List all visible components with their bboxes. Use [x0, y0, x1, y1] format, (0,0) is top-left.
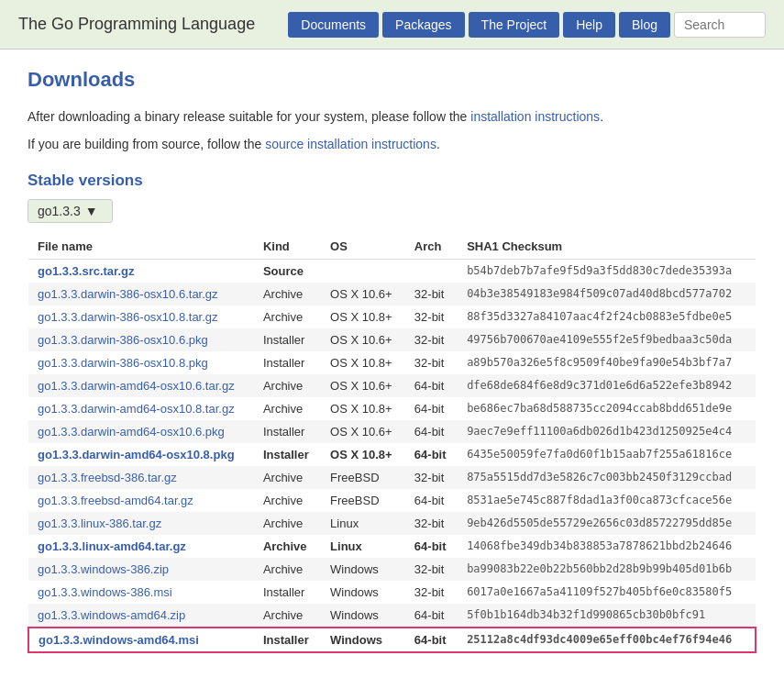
cell-kind: Installer: [254, 628, 321, 652]
table-row: go1.3.3.linux-amd64.tar.gzArchiveLinux64…: [28, 535, 756, 558]
cell-checksum: 04b3e38549183e984f509c07ad40d8bcd577a702: [458, 283, 756, 306]
cell-kind: Archive: [254, 535, 321, 558]
table-row: go1.3.3.darwin-amd64-osx10.8.pkgInstalle…: [28, 443, 756, 466]
cell-kind: Installer: [254, 351, 321, 374]
nav-the-project[interactable]: The Project: [469, 12, 560, 38]
cell-checksum: 875a5515dd7d3e5826c7c003bb2450f3129ccbad: [458, 466, 756, 489]
nav-help[interactable]: Help: [563, 12, 615, 38]
file-link[interactable]: go1.3.3.src.tar.gz: [38, 264, 135, 278]
cell-kind: Archive: [254, 397, 321, 420]
cell-filename: go1.3.3.darwin-amd64-osx10.8.tar.gz: [28, 397, 254, 420]
nav-packages[interactable]: Packages: [382, 12, 464, 38]
table-row: go1.3.3.darwin-amd64-osx10.8.tar.gzArchi…: [28, 397, 756, 420]
version-selector[interactable]: go1.3.3 ▼: [28, 199, 113, 223]
version-label: go1.3.3: [38, 204, 81, 218]
cell-os: FreeBSD: [321, 466, 405, 489]
cell-kind: Archive: [254, 306, 321, 328]
table-row: go1.3.3.freebsd-amd64.tar.gzArchiveFreeB…: [28, 489, 756, 512]
cell-kind: Archive: [254, 604, 321, 628]
file-link[interactable]: go1.3.3.darwin-amd64-osx10.8.pkg: [38, 448, 235, 461]
cell-kind: Archive: [254, 512, 321, 535]
cell-os: OS X 10.6+: [321, 328, 405, 351]
cell-arch: 64-bit: [405, 489, 458, 512]
file-link[interactable]: go1.3.3.darwin-amd64-osx10.6.pkg: [38, 425, 225, 439]
downloads-table: File name Kind OS Arch SHA1 Checksum go1…: [28, 234, 756, 653]
cell-filename: go1.3.3.darwin-amd64-osx10.8.pkg: [28, 443, 254, 466]
cell-arch: 64-bit: [405, 397, 458, 420]
search-input[interactable]: [674, 12, 766, 38]
file-link[interactable]: go1.3.3.windows-amd64.zip: [38, 608, 185, 622]
table-row: go1.3.3.darwin-386-osx10.8.pkgInstallerO…: [28, 351, 756, 374]
cell-kind: Installer: [254, 443, 321, 466]
file-link[interactable]: go1.3.3.freebsd-amd64.tar.gz: [38, 494, 193, 507]
table-row: go1.3.3.windows-amd64.msiInstallerWindow…: [28, 628, 756, 652]
col-kind: Kind: [254, 234, 321, 260]
cell-checksum: ba99083b22e0b22b560bb2d28b9b99b405d01b6b: [458, 558, 756, 581]
file-link[interactable]: go1.3.3.windows-386.msi: [38, 585, 172, 599]
stable-versions-title: Stable versions: [28, 172, 756, 190]
cell-filename: go1.3.3.darwin-amd64-osx10.6.tar.gz: [28, 374, 254, 397]
table-row: go1.3.3.darwin-amd64-osx10.6.tar.gzArchi…: [28, 374, 756, 397]
cell-filename: go1.3.3.darwin-386-osx10.8.tar.gz: [28, 306, 254, 328]
file-link[interactable]: go1.3.3.linux-386.tar.gz: [38, 517, 161, 530]
table-row: go1.3.3.windows-386.zipArchiveWindows32-…: [28, 558, 756, 581]
cell-arch: 64-bit: [405, 535, 458, 558]
table-row: go1.3.3.darwin-386-osx10.8.tar.gzArchive…: [28, 306, 756, 328]
file-link[interactable]: go1.3.3.darwin-amd64-osx10.8.tar.gz: [38, 402, 235, 416]
nav-documents[interactable]: Documents: [288, 12, 379, 38]
source-installation-link[interactable]: source installation instructions: [265, 137, 436, 151]
cell-os: OS X 10.6+: [321, 283, 405, 306]
table-header-row: File name Kind OS Arch SHA1 Checksum: [28, 234, 756, 260]
dropdown-arrow-icon: ▼: [85, 204, 98, 218]
cell-filename: go1.3.3.src.tar.gz: [28, 259, 254, 283]
cell-kind: Archive: [254, 489, 321, 512]
cell-filename: go1.3.3.freebsd-386.tar.gz: [28, 466, 254, 489]
cell-filename: go1.3.3.windows-amd64.zip: [28, 604, 254, 628]
cell-arch: 32-bit: [405, 466, 458, 489]
file-link[interactable]: go1.3.3.darwin-386-osx10.6.tar.gz: [38, 287, 218, 301]
cell-checksum: 6017a0e1667a5a41109f527b405bf6e0c83580f5: [458, 581, 756, 604]
cell-kind: Archive: [254, 283, 321, 306]
cell-os: Windows: [321, 581, 405, 604]
table-row: go1.3.3.darwin-amd64-osx10.6.pkgInstalle…: [28, 420, 756, 443]
cell-checksum: 9eb426d5505de55729e2656c03d85722795dd85e: [458, 512, 756, 535]
file-link[interactable]: go1.3.3.darwin-amd64-osx10.6.tar.gz: [38, 379, 235, 393]
col-arch: Arch: [405, 234, 458, 260]
cell-checksum: 6435e50059fe7fa0d60f1b15aab7f255a61816ce: [458, 443, 756, 466]
table-row: go1.3.3.darwin-386-osx10.6.pkgInstallerO…: [28, 328, 756, 351]
cell-filename: go1.3.3.darwin-amd64-osx10.6.pkg: [28, 420, 254, 443]
cell-checksum: 25112a8c4df93dc4009e65eff00bc4ef76f94e46: [458, 628, 756, 652]
cell-os: Linux: [321, 535, 405, 558]
file-link[interactable]: go1.3.3.windows-386.zip: [38, 562, 169, 576]
cell-os: OS X 10.6+: [321, 374, 405, 397]
file-link[interactable]: go1.3.3.darwin-386-osx10.8.pkg: [38, 356, 208, 370]
file-link[interactable]: go1.3.3.windows-amd64.msi: [39, 633, 199, 647]
cell-kind: Installer: [254, 420, 321, 443]
cell-arch: [405, 259, 458, 283]
file-link[interactable]: go1.3.3.freebsd-386.tar.gz: [38, 471, 177, 484]
cell-checksum: 49756b700670ae4109e555f2e5f9bedbaa3c50da: [458, 328, 756, 351]
cell-checksum: 5f0b1b164db34b32f1d990865cb30b0bfc91: [458, 604, 756, 628]
installation-instructions-link[interactable]: installation instructions: [470, 109, 600, 124]
cell-arch: 32-bit: [405, 581, 458, 604]
cell-checksum: 9aec7e9eff11100a6db026d1b423d1250925e4c4: [458, 420, 756, 443]
cell-filename: go1.3.3.windows-386.zip: [28, 558, 254, 581]
cell-checksum: a89b570a326e5f8c9509f40be9fa90e54b3bf7a7: [458, 351, 756, 374]
cell-filename: go1.3.3.darwin-386-osx10.8.pkg: [28, 351, 254, 374]
table-row: go1.3.3.windows-amd64.zipArchiveWindows6…: [28, 604, 756, 628]
cell-os: OS X 10.8+: [321, 443, 405, 466]
cell-filename: go1.3.3.windows-amd64.msi: [28, 628, 254, 652]
nav-blog[interactable]: Blog: [619, 12, 670, 38]
cell-kind: Source: [254, 259, 321, 283]
file-link[interactable]: go1.3.3.linux-amd64.tar.gz: [38, 539, 186, 553]
cell-os: OS X 10.6+: [321, 420, 405, 443]
col-filename: File name: [28, 234, 254, 260]
col-os: OS: [321, 234, 405, 260]
file-link[interactable]: go1.3.3.darwin-386-osx10.8.tar.gz: [38, 310, 218, 324]
cell-arch: 32-bit: [405, 558, 458, 581]
main-content: Downloads After downloading a binary rel…: [0, 50, 784, 672]
cell-os: OS X 10.8+: [321, 351, 405, 374]
file-link[interactable]: go1.3.3.darwin-386-osx10.6.pkg: [38, 333, 208, 347]
col-checksum: SHA1 Checksum: [458, 234, 756, 260]
intro-line-2: If you are building from source, follow …: [28, 134, 756, 154]
